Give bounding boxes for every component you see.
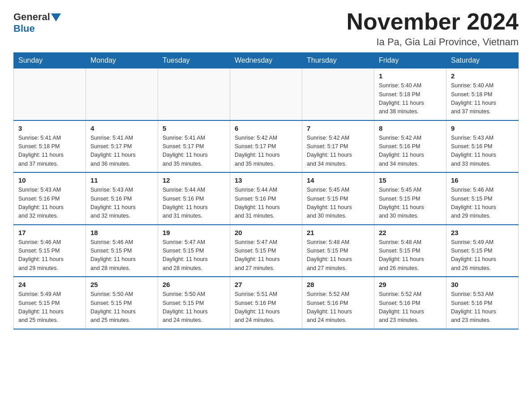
day-number: 5 xyxy=(163,124,225,132)
day-number: 25 xyxy=(90,281,153,288)
day-number: 19 xyxy=(163,229,225,236)
day-info: Sunrise: 5:48 AM Sunset: 5:15 PM Dayligh… xyxy=(379,238,442,273)
day-info: Sunrise: 5:46 AM Sunset: 5:15 PM Dayligh… xyxy=(451,186,514,221)
day-info: Sunrise: 5:45 AM Sunset: 5:15 PM Dayligh… xyxy=(307,186,369,221)
day-number: 8 xyxy=(379,124,442,132)
calendar-header-sunday: Sunday xyxy=(14,53,86,68)
day-info: Sunrise: 5:43 AM Sunset: 5:16 PM Dayligh… xyxy=(451,134,514,169)
calendar-cell: 6Sunrise: 5:42 AM Sunset: 5:17 PM Daylig… xyxy=(230,120,302,173)
day-number: 17 xyxy=(18,229,81,236)
day-number: 20 xyxy=(235,229,297,236)
day-info: Sunrise: 5:43 AM Sunset: 5:16 PM Dayligh… xyxy=(18,186,81,221)
day-number: 11 xyxy=(90,176,153,184)
day-info: Sunrise: 5:44 AM Sunset: 5:16 PM Dayligh… xyxy=(235,186,297,221)
calendar-cell: 22Sunrise: 5:48 AM Sunset: 5:15 PM Dayli… xyxy=(374,225,446,277)
day-number: 9 xyxy=(451,124,514,132)
day-number: 30 xyxy=(451,281,514,288)
day-info: Sunrise: 5:51 AM Sunset: 5:16 PM Dayligh… xyxy=(235,290,297,325)
calendar-cell: 3Sunrise: 5:41 AM Sunset: 5:18 PM Daylig… xyxy=(14,120,86,173)
calendar-cell: 2Sunrise: 5:40 AM Sunset: 5:18 PM Daylig… xyxy=(446,68,519,120)
calendar-cell: 9Sunrise: 5:43 AM Sunset: 5:16 PM Daylig… xyxy=(446,120,519,173)
calendar-cell: 16Sunrise: 5:46 AM Sunset: 5:15 PM Dayli… xyxy=(446,172,519,225)
calendar-cell: 12Sunrise: 5:44 AM Sunset: 5:16 PM Dayli… xyxy=(158,172,230,225)
day-number: 7 xyxy=(307,124,369,132)
calendar-cell: 7Sunrise: 5:42 AM Sunset: 5:17 PM Daylig… xyxy=(302,120,374,173)
day-info: Sunrise: 5:49 AM Sunset: 5:15 PM Dayligh… xyxy=(18,290,81,325)
calendar-cell: 20Sunrise: 5:47 AM Sunset: 5:15 PM Dayli… xyxy=(230,225,302,277)
day-number: 21 xyxy=(307,229,369,236)
location-title: Ia Pa, Gia Lai Province, Vietnam xyxy=(347,36,519,48)
calendar-header-thursday: Thursday xyxy=(302,53,374,68)
day-info: Sunrise: 5:53 AM Sunset: 5:16 PM Dayligh… xyxy=(451,290,514,325)
calendar-cell: 29Sunrise: 5:52 AM Sunset: 5:16 PM Dayli… xyxy=(374,277,446,329)
calendar-cell: 19Sunrise: 5:47 AM Sunset: 5:15 PM Dayli… xyxy=(158,225,230,277)
calendar-cell: 14Sunrise: 5:45 AM Sunset: 5:15 PM Dayli… xyxy=(302,172,374,225)
logo-general: General xyxy=(13,11,50,23)
day-number: 6 xyxy=(235,124,297,132)
calendar-cell: 27Sunrise: 5:51 AM Sunset: 5:16 PM Dayli… xyxy=(230,277,302,329)
day-info: Sunrise: 5:46 AM Sunset: 5:15 PM Dayligh… xyxy=(90,238,153,273)
calendar-cell: 10Sunrise: 5:43 AM Sunset: 5:16 PM Dayli… xyxy=(14,172,86,225)
logo-triangle-icon xyxy=(51,13,61,21)
calendar-cell: 15Sunrise: 5:45 AM Sunset: 5:15 PM Dayli… xyxy=(374,172,446,225)
calendar-cell xyxy=(14,68,86,120)
day-info: Sunrise: 5:41 AM Sunset: 5:17 PM Dayligh… xyxy=(90,134,153,169)
calendar-header-row: SundayMondayTuesdayWednesdayThursdayFrid… xyxy=(14,53,519,68)
calendar-cell: 11Sunrise: 5:43 AM Sunset: 5:16 PM Dayli… xyxy=(86,172,158,225)
calendar-cell: 23Sunrise: 5:49 AM Sunset: 5:15 PM Dayli… xyxy=(446,225,519,277)
calendar-cell: 26Sunrise: 5:50 AM Sunset: 5:15 PM Dayli… xyxy=(158,277,230,329)
day-number: 1 xyxy=(379,72,442,80)
day-info: Sunrise: 5:52 AM Sunset: 5:16 PM Dayligh… xyxy=(379,290,442,325)
calendar-header-monday: Monday xyxy=(86,53,158,68)
day-info: Sunrise: 5:50 AM Sunset: 5:15 PM Dayligh… xyxy=(163,290,225,325)
calendar-week-row: 3Sunrise: 5:41 AM Sunset: 5:18 PM Daylig… xyxy=(14,120,519,173)
day-number: 2 xyxy=(451,72,514,80)
day-info: Sunrise: 5:40 AM Sunset: 5:18 PM Dayligh… xyxy=(379,81,442,116)
title-area: November 2024 Ia Pa, Gia Lai Province, V… xyxy=(347,9,519,48)
day-info: Sunrise: 5:52 AM Sunset: 5:16 PM Dayligh… xyxy=(307,290,369,325)
day-number: 24 xyxy=(18,281,81,288)
calendar-header-wednesday: Wednesday xyxy=(230,53,302,68)
day-number: 3 xyxy=(18,124,81,132)
day-info: Sunrise: 5:47 AM Sunset: 5:15 PM Dayligh… xyxy=(235,238,297,273)
day-number: 4 xyxy=(90,124,153,132)
day-info: Sunrise: 5:46 AM Sunset: 5:15 PM Dayligh… xyxy=(18,238,81,273)
calendar-cell xyxy=(86,68,158,120)
day-number: 10 xyxy=(18,176,81,184)
logo: General Blue xyxy=(13,11,61,34)
day-info: Sunrise: 5:42 AM Sunset: 5:17 PM Dayligh… xyxy=(235,134,297,169)
calendar-cell: 13Sunrise: 5:44 AM Sunset: 5:16 PM Dayli… xyxy=(230,172,302,225)
day-info: Sunrise: 5:41 AM Sunset: 5:17 PM Dayligh… xyxy=(163,134,225,169)
calendar-cell: 8Sunrise: 5:42 AM Sunset: 5:16 PM Daylig… xyxy=(374,120,446,173)
calendar-header-saturday: Saturday xyxy=(446,53,519,68)
calendar-cell: 5Sunrise: 5:41 AM Sunset: 5:17 PM Daylig… xyxy=(158,120,230,173)
day-info: Sunrise: 5:47 AM Sunset: 5:15 PM Dayligh… xyxy=(163,238,225,273)
page-header: General Blue November 2024 Ia Pa, Gia La… xyxy=(13,9,519,48)
day-number: 27 xyxy=(235,281,297,288)
calendar-week-row: 24Sunrise: 5:49 AM Sunset: 5:15 PM Dayli… xyxy=(14,277,519,329)
month-title: November 2024 xyxy=(347,9,519,34)
calendar-cell: 25Sunrise: 5:50 AM Sunset: 5:15 PM Dayli… xyxy=(86,277,158,329)
day-number: 16 xyxy=(451,176,514,184)
calendar-cell: 18Sunrise: 5:46 AM Sunset: 5:15 PM Dayli… xyxy=(86,225,158,277)
calendar-cell: 17Sunrise: 5:46 AM Sunset: 5:15 PM Dayli… xyxy=(14,225,86,277)
calendar-cell: 21Sunrise: 5:48 AM Sunset: 5:15 PM Dayli… xyxy=(302,225,374,277)
day-number: 28 xyxy=(307,281,369,288)
day-info: Sunrise: 5:44 AM Sunset: 5:16 PM Dayligh… xyxy=(163,186,225,221)
calendar-cell: 1Sunrise: 5:40 AM Sunset: 5:18 PM Daylig… xyxy=(374,68,446,120)
day-number: 14 xyxy=(307,176,369,184)
day-info: Sunrise: 5:50 AM Sunset: 5:15 PM Dayligh… xyxy=(90,290,153,325)
calendar-header-tuesday: Tuesday xyxy=(158,53,230,68)
day-number: 13 xyxy=(235,176,297,184)
calendar-cell: 30Sunrise: 5:53 AM Sunset: 5:16 PM Dayli… xyxy=(446,277,519,329)
day-number: 12 xyxy=(163,176,225,184)
day-info: Sunrise: 5:40 AM Sunset: 5:18 PM Dayligh… xyxy=(451,81,514,116)
day-number: 18 xyxy=(90,229,153,236)
calendar-cell xyxy=(158,68,230,120)
day-number: 23 xyxy=(451,229,514,236)
day-info: Sunrise: 5:42 AM Sunset: 5:16 PM Dayligh… xyxy=(379,134,442,169)
calendar-week-row: 10Sunrise: 5:43 AM Sunset: 5:16 PM Dayli… xyxy=(14,172,519,225)
day-number: 22 xyxy=(379,229,442,236)
day-number: 26 xyxy=(163,281,225,288)
calendar-cell xyxy=(302,68,374,120)
